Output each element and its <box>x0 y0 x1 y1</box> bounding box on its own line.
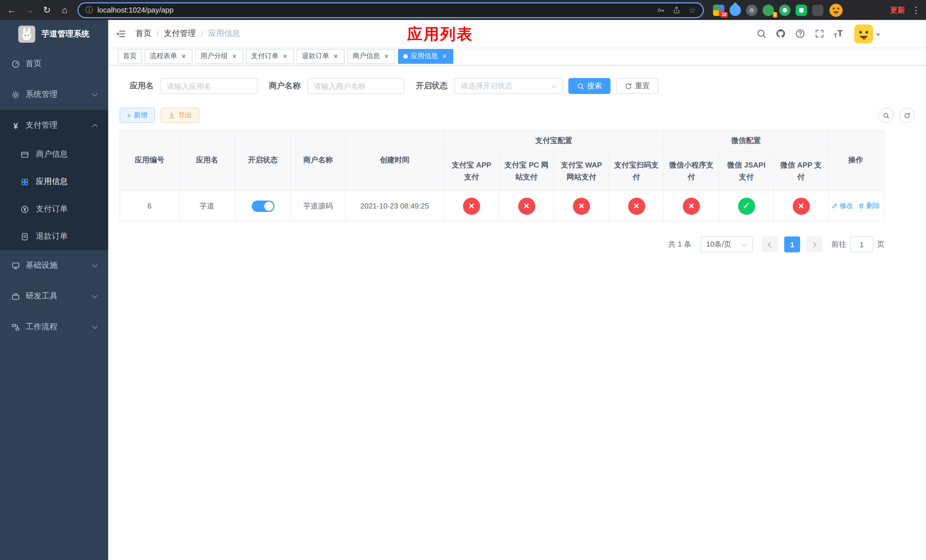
status-toggle[interactable] <box>251 200 274 212</box>
sidebar-item-devtools[interactable]: 研发工具 <box>0 281 108 312</box>
sidebar-item-app-info[interactable]: 应用信息 <box>0 168 108 195</box>
extension-icon-dark-square[interactable] <box>812 4 823 16</box>
status-select[interactable]: 请选择开启状态 <box>454 78 563 94</box>
browser-back-icon[interactable]: ← <box>3 2 20 18</box>
search-icon[interactable] <box>756 29 767 39</box>
tab-user-group[interactable]: 用户分组× <box>195 49 243 64</box>
extension-icon-drop[interactable] <box>727 2 743 18</box>
sidebar-item-refund-order[interactable]: 退款订单 <box>0 223 108 250</box>
browser-toolbar: ← → ↻ ⌂ ⓘ localhost:1024/pay/app ☆ 10 1 <box>0 0 926 20</box>
chevron-up-icon <box>92 124 98 129</box>
sidebar-item-payment[interactable]: ¥ 支付管理 <box>0 110 108 141</box>
address-bar[interactable]: ⓘ localhost:1024/pay/app ☆ <box>77 2 704 18</box>
pencil-icon <box>831 203 838 209</box>
sidebar-item-system[interactable]: 系统管理 <box>0 79 108 110</box>
site-info-icon[interactable]: ⓘ <box>85 5 93 15</box>
edit-link[interactable]: 修改 <box>831 201 853 211</box>
group-header-wechat: 微信配置 <box>664 130 829 152</box>
app-name-input[interactable] <box>160 78 257 94</box>
sidebar-collapse-icon[interactable] <box>108 20 133 47</box>
extension-icon-grid[interactable]: 10 <box>713 4 725 16</box>
chevron-down-icon <box>92 292 98 298</box>
cell-app-name: 芋道 <box>179 191 235 222</box>
chrome-update-button[interactable]: 更新 <box>890 5 905 15</box>
password-key-icon[interactable] <box>657 6 665 14</box>
tabs-bar: 首页 流程表单× 用户分组× 支付订单× 退款订单× 商户信息× 应用信息× <box>108 47 926 65</box>
close-icon[interactable]: × <box>281 53 289 59</box>
chevron-down-icon <box>92 91 98 97</box>
extension-icon-dark[interactable] <box>746 4 757 16</box>
navbar-actions: TT <box>756 24 881 43</box>
tab-pay-order[interactable]: 支付订单× <box>246 49 294 64</box>
extension-icon-green-circle[interactable] <box>779 4 790 16</box>
trash-icon <box>858 203 864 209</box>
goto-page-input[interactable] <box>850 236 873 252</box>
page-size-select[interactable]: 10条/页 <box>701 236 753 252</box>
search-button[interactable]: 搜索 <box>568 78 610 94</box>
page-title: 应用列表 <box>407 24 473 44</box>
breadcrumb-item[interactable]: 支付管理 <box>164 29 196 39</box>
browser-reload-icon[interactable]: ↻ <box>39 2 55 18</box>
close-icon[interactable]: × <box>383 53 390 59</box>
user-menu[interactable] <box>854 24 881 43</box>
wechat-app-status-icon: × <box>793 197 809 215</box>
close-icon[interactable]: × <box>180 53 188 59</box>
tab-home[interactable]: 首页 <box>118 49 142 64</box>
sidebar-item-workflow[interactable]: 工作流程 <box>0 312 108 342</box>
plus-icon: + <box>127 111 131 120</box>
export-button[interactable]: 导出 <box>160 107 199 123</box>
app-shell: 芋道管理系统 首页 系统管理 ¥ 支付管理 商户信息 <box>0 20 926 560</box>
close-icon[interactable]: × <box>231 53 238 59</box>
browser-forward-icon[interactable]: → <box>21 2 38 18</box>
table-header: 应用编号 应用名 开启状态 商户名称 创建时间 支付宝配置 微信配置 支付宝 A… <box>120 130 884 191</box>
prev-page-button[interactable] <box>762 236 778 252</box>
add-button[interactable]: + 新增 <box>120 107 155 123</box>
tab-process-form[interactable]: 流程表单× <box>145 49 192 64</box>
wechat-mini-status-icon: × <box>683 197 700 215</box>
delete-link[interactable]: 删除 <box>858 201 880 211</box>
goto-prefix: 前往 <box>831 239 846 250</box>
app-logo[interactable]: 芋道管理系统 <box>0 20 108 48</box>
status-label: 开启状态 <box>416 81 448 91</box>
sidebar-item-pay-order[interactable]: 支付订单 <box>0 195 108 223</box>
bookmark-star-icon[interactable]: ☆ <box>689 5 696 15</box>
reset-button[interactable]: 重置 <box>616 78 658 94</box>
user-avatar[interactable] <box>854 24 873 43</box>
extension-icon-green-badge[interactable]: 1 <box>763 4 774 16</box>
chevron-down-icon <box>552 84 557 89</box>
breadcrumb-item[interactable]: 首页 <box>136 29 151 39</box>
tab-app-info[interactable]: 应用信息× <box>398 49 453 64</box>
merchant-name-input[interactable] <box>307 78 404 94</box>
share-icon[interactable] <box>673 6 681 14</box>
sidebar-item-label: 支付管理 <box>26 120 57 130</box>
alipay-scan-status-icon: × <box>628 197 645 215</box>
github-icon[interactable] <box>776 29 786 39</box>
url-text[interactable]: localhost:1024/pay/app <box>97 6 649 14</box>
profile-avatar[interactable] <box>829 3 843 17</box>
tab-merchant-info[interactable]: 商户信息× <box>347 49 395 64</box>
font-size-icon[interactable]: TT <box>834 29 843 39</box>
fullscreen-icon[interactable] <box>814 29 825 39</box>
toggle-search-button[interactable] <box>878 107 894 123</box>
browser-more-icon[interactable]: ⋮ <box>912 5 920 15</box>
close-icon[interactable]: × <box>441 53 448 59</box>
sidebar-item-merchant-info[interactable]: 商户信息 <box>0 141 108 168</box>
yen-icon: ¥ <box>11 121 20 130</box>
sidebar-item-infra[interactable]: 基础设施 <box>0 250 108 281</box>
tab-refund-order[interactable]: 退款订单× <box>297 49 345 64</box>
page-buttons: 1 <box>762 236 822 252</box>
top-navbar: 首页 / 支付管理 / 应用信息 应用列表 TT <box>108 20 926 47</box>
group-header-alipay: 支付宝配置 <box>444 130 664 152</box>
extension-icon-green-square[interactable] <box>796 4 807 16</box>
page-number-button[interactable]: 1 <box>784 236 800 252</box>
refresh-table-button[interactable] <box>899 107 915 123</box>
app-title: 芋道管理系统 <box>42 29 89 39</box>
help-icon[interactable] <box>795 29 805 39</box>
cell-created: 2021-10-23 08:49:25 <box>346 191 444 222</box>
merchant-name-label: 商户名称 <box>269 81 301 91</box>
sidebar-item-home[interactable]: 首页 <box>0 48 108 79</box>
close-icon[interactable]: × <box>332 53 339 59</box>
browser-home-icon[interactable]: ⌂ <box>56 2 73 18</box>
column-header: 创建时间 <box>346 130 444 191</box>
next-page-button[interactable] <box>806 236 822 252</box>
